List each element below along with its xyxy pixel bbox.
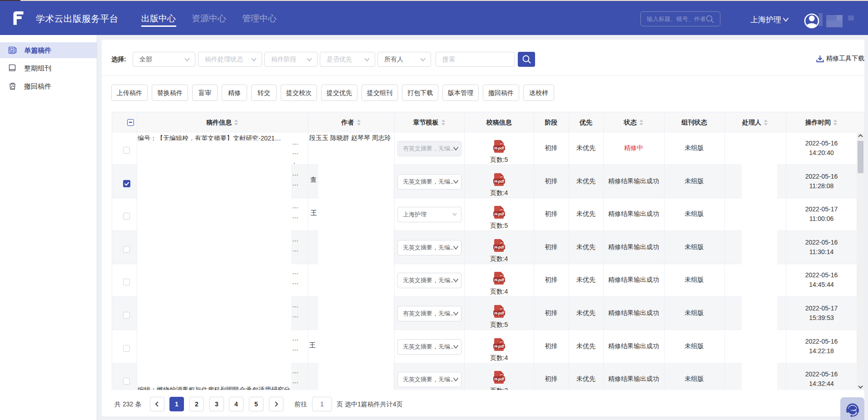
svg-text:H-pdf: H-pdf xyxy=(494,212,505,216)
svg-text:H-pdf: H-pdf xyxy=(494,179,505,183)
svg-text:H-pdf: H-pdf xyxy=(494,311,505,315)
svg-text:H-pdf: H-pdf xyxy=(494,344,505,348)
svg-text:H-pdf: H-pdf xyxy=(494,245,505,249)
svg-text:H-pdf: H-pdf xyxy=(494,278,505,282)
svg-text:H-pdf: H-pdf xyxy=(494,146,505,150)
svg-text:H-pdf: H-pdf xyxy=(494,377,505,381)
